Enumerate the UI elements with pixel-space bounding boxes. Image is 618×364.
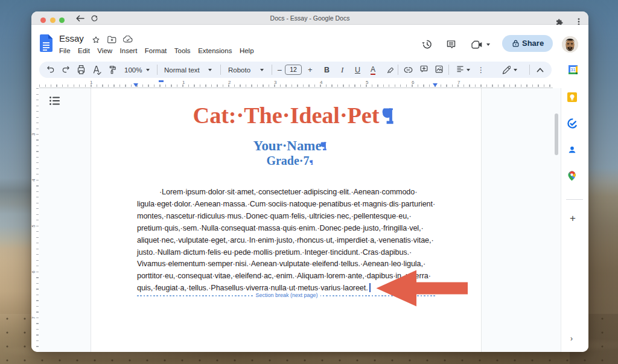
- svg-text:31: 31: [571, 68, 576, 72]
